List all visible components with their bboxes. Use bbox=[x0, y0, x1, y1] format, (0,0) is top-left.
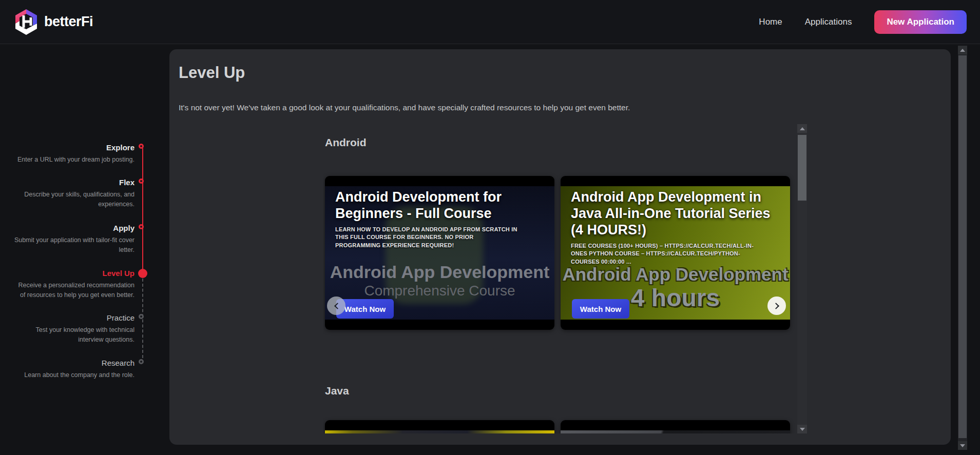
step-explore[interactable]: Explore Enter a URL with your dream job … bbox=[11, 143, 134, 165]
header: betterFi Home Applications New Applicati… bbox=[0, 0, 980, 44]
header-nav: Home Applications New Application bbox=[759, 10, 967, 34]
scroll-down-button[interactable] bbox=[797, 425, 807, 433]
step-dot-practice[interactable] bbox=[139, 314, 144, 319]
step-dot-apply[interactable] bbox=[139, 224, 144, 229]
step-label: Explore bbox=[11, 143, 134, 152]
page-title: Level Up bbox=[179, 64, 245, 82]
step-desc: Learn about the company and the role. bbox=[11, 370, 134, 380]
carousel-prev-button[interactable] bbox=[327, 296, 345, 315]
card-content: Android App Development in Java All-in-O… bbox=[561, 176, 790, 330]
step-desc: Describe your skills, qualifications, an… bbox=[11, 190, 134, 210]
page-subtitle: It's not over yet! We've taken a good lo… bbox=[179, 103, 630, 112]
step-label: Apply bbox=[11, 224, 134, 233]
page-scrollbar[interactable] bbox=[958, 46, 967, 450]
chevron-right-icon bbox=[773, 303, 779, 309]
card-content: Learn Java in 14 Minutes (seriously) FUL… bbox=[561, 420, 790, 433]
step-desc: Test your knowledge with technical inter… bbox=[11, 325, 134, 345]
carousel-next-button[interactable] bbox=[767, 296, 786, 315]
step-practice[interactable]: Practice Test your knowledge with techni… bbox=[11, 313, 134, 345]
arrow-up-icon bbox=[960, 49, 965, 52]
arrow-up-icon bbox=[800, 127, 805, 130]
scrollbar-thumb[interactable] bbox=[798, 135, 806, 201]
step-desc: Submit your application with tailor-fit … bbox=[11, 235, 134, 255]
step-flex[interactable]: Flex Describe your skills, qualification… bbox=[11, 178, 134, 210]
step-label: Research bbox=[11, 359, 134, 368]
app: betterFi Home Applications New Applicati… bbox=[0, 0, 980, 455]
brand-name: betterFi bbox=[44, 14, 93, 30]
resources-scrollbar[interactable] bbox=[797, 124, 807, 433]
level-up-panel: Level Up It's not over yet! We've taken … bbox=[169, 49, 951, 445]
java-carousel: JAVA Java Tutorial for Beginners JAVA TU… bbox=[323, 420, 807, 433]
android-carousel: Android App Development Comprehensive Co… bbox=[323, 176, 807, 330]
brand[interactable]: betterFi bbox=[13, 8, 93, 36]
card-title: Android App Development in Java All-in-O… bbox=[571, 189, 777, 239]
step-dot-research[interactable] bbox=[139, 359, 144, 364]
watch-now-button[interactable]: Watch Now bbox=[572, 299, 629, 319]
resource-card-android-2[interactable]: Android App Development 4 hours Android … bbox=[561, 176, 790, 330]
step-dot-level-up[interactable] bbox=[138, 269, 147, 278]
step-label: Flex bbox=[11, 178, 134, 187]
progress-stepper: Explore Enter a URL with your dream job … bbox=[0, 0, 169, 411]
step-level-up[interactable]: Level Up Receive a personalized recommen… bbox=[11, 269, 134, 301]
resource-card-java-1[interactable]: JAVA Java Tutorial for Beginners JAVA TU… bbox=[325, 420, 554, 433]
card-content: Java Tutorial for Beginners JAVA TUTORIA… bbox=[325, 420, 554, 433]
step-dot-explore[interactable] bbox=[139, 144, 144, 149]
card-content: Android Development for Beginners - Full… bbox=[325, 176, 554, 330]
stepper-line-completed bbox=[142, 148, 143, 273]
section-title-java: Java bbox=[325, 385, 349, 397]
arrow-down-icon bbox=[800, 428, 805, 431]
step-apply[interactable]: Apply Submit your application with tailo… bbox=[11, 224, 134, 255]
step-dot-flex[interactable] bbox=[139, 179, 144, 184]
resources-scroll-area[interactable]: Android Android App Development Comprehe… bbox=[323, 123, 807, 433]
card-title: Android Development for Beginners - Full… bbox=[335, 189, 541, 222]
section-title-android: Android bbox=[325, 136, 366, 149]
step-research[interactable]: Research Learn about the company and the… bbox=[11, 359, 134, 380]
new-application-button[interactable]: New Application bbox=[874, 10, 967, 34]
scroll-up-button[interactable] bbox=[797, 124, 807, 133]
brand-logo-icon bbox=[13, 8, 39, 36]
card-description: LEARN HOW TO DEVELOP AN ANDROID APP FROM… bbox=[335, 226, 521, 250]
scroll-down-button[interactable] bbox=[958, 441, 967, 450]
arrow-down-icon bbox=[960, 444, 965, 447]
resource-card-java-2[interactable]: Learn Java in 14 Minutes (seriously) FUL… bbox=[561, 420, 790, 433]
card-description: FREE COURSES (100+ HOURS) – HTTPS://CALC… bbox=[571, 242, 756, 266]
scroll-up-button[interactable] bbox=[958, 46, 967, 54]
step-label: Practice bbox=[11, 313, 134, 323]
chevron-left-icon bbox=[334, 303, 341, 309]
nav-home[interactable]: Home bbox=[759, 17, 782, 27]
step-label: Level Up bbox=[11, 269, 134, 278]
nav-applications[interactable]: Applications bbox=[805, 17, 852, 27]
step-desc: Receive a personalized recommendation of… bbox=[11, 281, 134, 301]
step-desc: Enter a URL with your dream job posting. bbox=[11, 155, 134, 165]
scrollbar-thumb[interactable] bbox=[958, 55, 967, 438]
resource-card-android-1[interactable]: Android App Development Comprehensive Co… bbox=[325, 176, 554, 330]
